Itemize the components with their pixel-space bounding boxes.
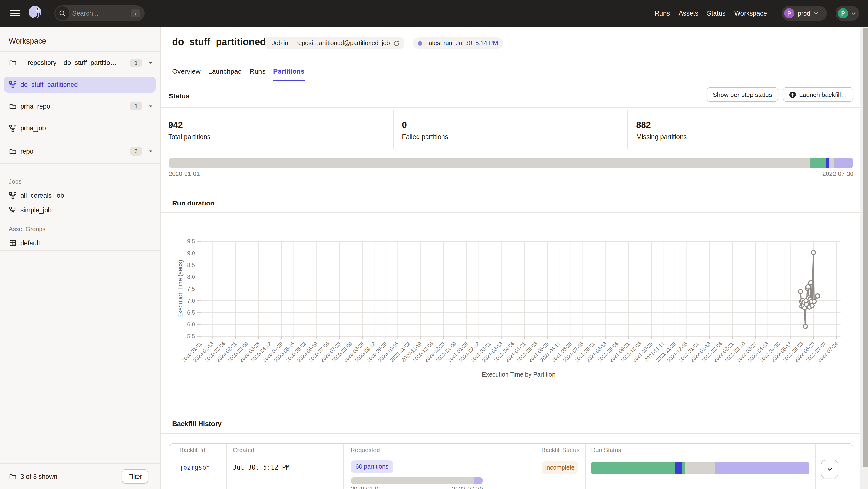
bar-segment bbox=[350, 477, 474, 484]
folder-icon bbox=[9, 473, 17, 480]
sidebar-group-heading: Asset Groups bbox=[9, 226, 160, 233]
sidebar-item-prha_repo[interactable]: prha_repo1 bbox=[0, 95, 160, 117]
backfill-created-time: Jul 30, 5:12 PM bbox=[233, 464, 290, 471]
svg-text:6.0: 6.0 bbox=[187, 321, 195, 328]
stat-value: 0 bbox=[402, 120, 407, 130]
sidebar-item-simple_job[interactable]: simple_job bbox=[0, 203, 160, 217]
caret-down-icon[interactable] bbox=[148, 61, 153, 65]
bar-segment bbox=[682, 462, 685, 474]
sidebar-item-do_stuff_partitioned[interactable]: do_stuff_partitioned bbox=[0, 74, 160, 95]
plus-circle-icon bbox=[789, 91, 796, 98]
tab-partitions[interactable]: Partitions bbox=[273, 63, 305, 82]
folder-icon bbox=[9, 59, 17, 66]
filter-button[interactable]: Filter bbox=[122, 469, 148, 484]
bar-end-date: 2022-07-30 bbox=[823, 171, 854, 177]
refresh-icon[interactable] bbox=[393, 40, 400, 46]
svg-text:8.0: 8.0 bbox=[187, 274, 195, 280]
svg-text:7.0: 7.0 bbox=[187, 298, 195, 304]
folder-icon bbox=[9, 102, 17, 110]
caret-down-icon[interactable] bbox=[148, 149, 153, 153]
run-duration-section-header: Run duration bbox=[160, 195, 868, 213]
latest-run-time-link[interactable]: Jul 30, 5:14 PM bbox=[456, 40, 498, 46]
run-status-bar[interactable] bbox=[591, 462, 809, 474]
sidebar-title: Workspace bbox=[0, 27, 160, 52]
page-header: do_stuff_partitioned Job in __reposi…art… bbox=[160, 27, 868, 82]
divider bbox=[343, 444, 344, 489]
show-per-step-status-button[interactable]: Show per-step status bbox=[707, 87, 778, 102]
folder-icon bbox=[9, 148, 17, 155]
nav-link-status[interactable]: Status bbox=[707, 10, 726, 17]
launch-backfill-button[interactable]: Launch backfill… bbox=[783, 87, 854, 102]
user-menu[interactable]: P bbox=[836, 6, 859, 21]
workspace-sidebar: Workspace __repository__do_stuff_partiti… bbox=[0, 27, 160, 489]
nav-link-workspace[interactable]: Workspace bbox=[735, 10, 767, 17]
caret-down-icon[interactable] bbox=[148, 104, 153, 108]
col-header-backfill-status: Backfill Status bbox=[483, 444, 580, 457]
bar-segment bbox=[826, 158, 829, 168]
tab-launchpad[interactable]: Launchpad bbox=[208, 63, 242, 82]
sidebar-item-default[interactable]: default bbox=[0, 235, 160, 250]
col-header-run-status: Run Status bbox=[591, 444, 621, 457]
page-scrollbar[interactable] bbox=[860, 27, 868, 489]
count-badge: 1 bbox=[130, 58, 142, 67]
tab-runs[interactable]: Runs bbox=[249, 63, 265, 82]
col-header-backfill-id: Backfill Id bbox=[179, 444, 205, 457]
deployment-name: prod bbox=[798, 10, 810, 17]
bar-segment bbox=[829, 158, 834, 168]
bar-segment bbox=[591, 462, 646, 474]
svg-text:7.5: 7.5 bbox=[187, 286, 195, 292]
search-placeholder: Search... bbox=[72, 10, 131, 17]
sidebar-item-label: __repository__do_stuff_partitio… bbox=[20, 59, 117, 66]
menu-icon[interactable] bbox=[10, 10, 20, 17]
stat-label: Failed partitions bbox=[402, 133, 448, 140]
partition-bar-labels: 2020-01-01 2022-07-30 bbox=[169, 171, 854, 177]
nav-link-assets[interactable]: Assets bbox=[679, 10, 698, 17]
sidebar-item-repo[interactable]: repo3 bbox=[0, 139, 160, 164]
partition-status-bar[interactable] bbox=[169, 158, 854, 168]
bar-segment bbox=[685, 462, 715, 474]
svg-text:Execution time (secs): Execution time (secs) bbox=[177, 260, 184, 318]
requested-end-date: 2022-07-30 bbox=[452, 486, 483, 489]
col-header-created: Created bbox=[233, 444, 254, 457]
dagster-logo[interactable] bbox=[27, 5, 43, 21]
deployment-switcher[interactable]: P prod bbox=[782, 6, 827, 21]
bar-segment bbox=[755, 462, 809, 474]
bar-segment bbox=[834, 158, 854, 168]
backfill-status-badge: Incomplete bbox=[541, 461, 578, 474]
bar-segment bbox=[646, 462, 675, 474]
scrollbar-thumb[interactable] bbox=[863, 28, 868, 467]
top-nav: Search... / RunsAssetsStatusWorkspace P … bbox=[0, 0, 868, 27]
divider bbox=[585, 444, 586, 489]
main-content: do_stuff_partitioned Job in __reposi…art… bbox=[160, 27, 868, 489]
run-status-dot bbox=[418, 41, 422, 45]
bar-segment bbox=[474, 477, 483, 484]
sidebar-item-prha_job[interactable]: prha_job bbox=[0, 117, 160, 139]
divider bbox=[627, 109, 628, 149]
job-location-link[interactable]: __reposi…artitioned@partitioned_job bbox=[290, 40, 390, 46]
requested-partitions-badge[interactable]: 60 partitions bbox=[350, 460, 393, 473]
search-input[interactable]: Search... / bbox=[54, 5, 145, 21]
sidebar-item-_repository_do_stuff_partitio_[interactable]: __repository__do_stuff_partitio…1 bbox=[0, 52, 160, 74]
stat-label: Missing partitions bbox=[636, 133, 687, 140]
latest-run-label: Latest run: bbox=[425, 40, 454, 46]
backfill-id-link[interactable]: jozrgsbh bbox=[179, 464, 210, 471]
backfill-section-header: Backfill History bbox=[160, 415, 868, 434]
divider bbox=[489, 444, 489, 489]
divider bbox=[0, 250, 160, 251]
sidebar-footer: 3 of 3 shown Filter bbox=[0, 463, 160, 489]
sidebar-item-label: all_cereals_job bbox=[20, 192, 64, 199]
grid-icon bbox=[9, 239, 17, 247]
job-icon bbox=[9, 206, 17, 214]
run-duration-heading: Run duration bbox=[172, 199, 214, 207]
tab-overview[interactable]: Overview bbox=[172, 63, 200, 82]
job-location-tag: Job in __reposi…artitioned@partitioned_j… bbox=[265, 37, 404, 49]
deployment-avatar: P bbox=[784, 8, 794, 19]
requested-bar-labels: 2020-01-01 2022-07-30 bbox=[350, 486, 483, 489]
nav-link-runs[interactable]: Runs bbox=[655, 10, 670, 17]
sidebar-item-all_cereals_job[interactable]: all_cereals_job bbox=[0, 188, 160, 203]
shown-count: 3 of 3 shown bbox=[20, 473, 58, 480]
status-section-header: Status Show per-step status Launch backf… bbox=[160, 82, 868, 107]
svg-text:9.5: 9.5 bbox=[187, 238, 195, 244]
backfill-history-heading: Backfill History bbox=[172, 420, 222, 427]
row-expand-button[interactable] bbox=[821, 460, 838, 478]
